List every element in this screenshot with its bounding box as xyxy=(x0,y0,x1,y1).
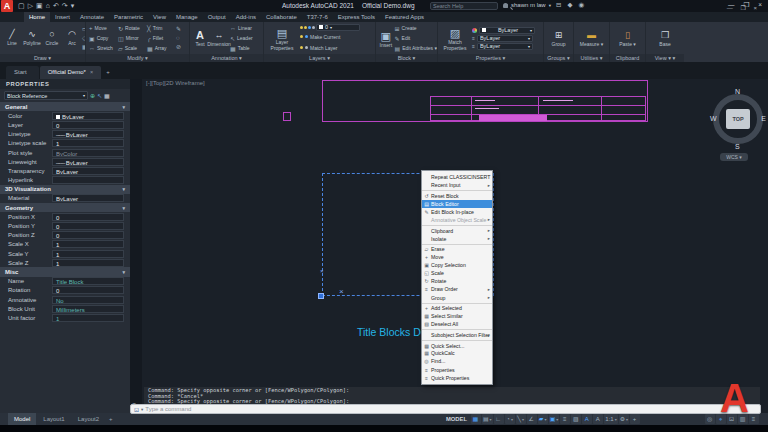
command-input-bar[interactable]: ⊡ ▾ xyxy=(130,404,761,414)
draw-tool-button[interactable]: ○Circle xyxy=(42,22,62,52)
wcs-button[interactable]: WCS ▾ xyxy=(720,153,748,161)
context-menu-item[interactable]: ↻Rotate xyxy=(422,277,492,285)
apps-icon[interactable]: ◆ xyxy=(567,1,572,9)
property-row[interactable]: Scale Y1 xyxy=(0,249,130,258)
panel-label-layers[interactable]: Layers ▾ xyxy=(264,54,375,62)
property-row[interactable]: Position Z0 xyxy=(0,231,130,240)
status-toggle[interactable]: ▤▾ xyxy=(482,414,493,424)
property-row[interactable]: Unit factor1 xyxy=(0,313,130,322)
file-tab[interactable]: Official Demo*× xyxy=(40,66,101,79)
block-tool-button[interactable]: ⊞Create xyxy=(395,23,437,33)
draw-extra-icon[interactable]: ◇ xyxy=(82,34,85,43)
property-row[interactable]: Position Y0 xyxy=(0,221,130,230)
property-row[interactable]: MaterialByLayer xyxy=(0,194,130,203)
plot-icon[interactable]: ⌂ xyxy=(46,1,50,11)
context-menu-item[interactable]: ◎Find... xyxy=(422,357,492,365)
viewcube[interactable]: N S W E TOP xyxy=(708,89,768,149)
layout-tab[interactable]: + xyxy=(106,413,116,425)
search-input[interactable] xyxy=(431,3,506,9)
ribbon-tab[interactable]: Express Tools xyxy=(333,12,380,22)
ribbon-tab[interactable]: Manage xyxy=(171,12,203,22)
new-file-icon[interactable]: ▢ xyxy=(18,1,25,11)
context-menu-item[interactable]: Recent Input▸ xyxy=(422,181,492,189)
property-row[interactable]: ColorByLayer xyxy=(0,111,130,120)
property-row[interactable]: AnnotativeNo xyxy=(0,295,130,304)
status-toggle[interactable]: + xyxy=(630,414,640,424)
chevron-down-icon[interactable]: ▾ xyxy=(141,407,143,412)
search-box[interactable] xyxy=(430,2,498,10)
property-row[interactable]: Geometry xyxy=(0,203,130,212)
panel-label-modify[interactable]: Modify ▾ xyxy=(86,54,189,62)
status-toggle[interactable]: ◎ xyxy=(705,414,715,424)
status-toggle[interactable]: ◔▾ xyxy=(505,414,515,424)
draw-extra-icon[interactable]: ▭ xyxy=(82,25,85,34)
status-toggle[interactable]: ▣▾ xyxy=(549,414,560,424)
object-color-dropdown[interactable]: ByLayer▾ xyxy=(479,27,535,34)
measure-button[interactable]: ▬Measure ▾ xyxy=(582,23,602,53)
layer-plot-icon[interactable] xyxy=(312,26,315,29)
property-row[interactable]: Layer0 xyxy=(0,120,130,129)
linetype-dropdown[interactable]: ByLayer▾ xyxy=(477,43,533,50)
file-tab[interactable]: Start xyxy=(6,66,39,79)
command-options-icon[interactable]: ⊡ xyxy=(134,406,139,413)
context-menu-item[interactable]: Isolate▸ xyxy=(422,234,492,242)
property-row[interactable]: LinetypeByLayer xyxy=(0,130,130,139)
layout-tab[interactable]: Model xyxy=(8,413,36,425)
viewcube-south[interactable]: S xyxy=(735,143,740,150)
property-row[interactable]: Block UnitMillimeters xyxy=(0,304,130,313)
palette-tool-icon[interactable]: ↖ xyxy=(97,92,102,100)
app-logo-icon[interactable]: A xyxy=(1,0,13,12)
panel-label-utilities[interactable]: Utilities ▾ xyxy=(574,54,609,62)
modify-tool-button[interactable]: +Move xyxy=(89,23,118,33)
layer-properties-button[interactable]: ▤Layer Properties xyxy=(266,25,298,51)
account-area[interactable]: shawn m law ▾ xyxy=(503,2,551,8)
layer-freeze-icon[interactable] xyxy=(304,26,307,29)
lineweight-dropdown[interactable]: ByLayer▾ xyxy=(477,35,533,42)
property-row[interactable]: Position X0 xyxy=(0,212,130,221)
context-menu-item[interactable]: ▱Erase xyxy=(422,244,492,254)
panel-label-annotation[interactable]: Annotation ▾ xyxy=(190,54,263,62)
object-type-dropdown[interactable]: Block Reference▾ xyxy=(4,91,88,100)
modify-tool-button[interactable]: ▦Array xyxy=(147,43,176,53)
dimension-button[interactable]: ↔Dimension xyxy=(208,23,230,53)
status-toggle[interactable]: ∠ xyxy=(527,414,537,424)
status-toggle[interactable]: 1:1▾ xyxy=(604,414,617,424)
model-space-label[interactable]: MODEL xyxy=(446,416,467,422)
property-row[interactable]: Plot styleByColor xyxy=(0,148,130,157)
context-menu-item[interactable]: ▦Select Similar xyxy=(422,312,492,320)
group-button[interactable]: ⊞Group xyxy=(549,23,569,53)
qat-dropdown-icon[interactable]: ▾ xyxy=(71,1,75,11)
modify-extra-icon[interactable]: ✎ xyxy=(176,25,181,34)
modify-extra-icon[interactable]: ◌ xyxy=(176,34,181,43)
viewcube-east[interactable]: E xyxy=(761,115,766,122)
viewcube-top-face[interactable]: TOP xyxy=(726,109,750,129)
property-row[interactable]: Linetype scale1 xyxy=(0,139,130,148)
context-menu-item[interactable]: ≡Draw Order▸ xyxy=(422,285,492,293)
context-menu-item[interactable]: Clipboard▸ xyxy=(422,225,492,235)
command-history[interactable]: Command: Specify opposite corner or [Fen… xyxy=(144,387,760,404)
status-toggle[interactable]: A xyxy=(593,414,603,424)
context-menu-item[interactable]: ▩Quick Select... xyxy=(422,340,492,350)
palette-title[interactable]: PROPERTIES xyxy=(0,79,130,89)
save-file-icon[interactable]: ▣ xyxy=(36,1,43,11)
file-tab-close-icon[interactable]: × xyxy=(90,66,93,79)
modify-tool-button[interactable]: ↻Rotate xyxy=(118,23,147,33)
ribbon-tab[interactable]: Add-ins xyxy=(231,12,261,22)
ribbon-tab[interactable]: Insert xyxy=(50,12,75,22)
annotation-tool-button[interactable]: ▦Table xyxy=(230,43,253,53)
context-menu-item[interactable]: +Add Selected xyxy=(422,303,492,313)
property-row[interactable]: NameTitle Block xyxy=(0,277,130,286)
paste-button[interactable]: ▯Paste ▾ xyxy=(618,23,638,53)
panel-label-groups[interactable]: Groups ▾ xyxy=(544,54,573,62)
layer-on-icon[interactable] xyxy=(300,26,303,29)
open-file-icon[interactable]: ▷ xyxy=(28,1,33,11)
context-menu-item[interactable]: ≡Quick Properties xyxy=(422,374,492,382)
block-tool-button[interactable]: ▤Edit Attributes ▾ xyxy=(395,43,437,53)
ribbon-tab[interactable]: T37-7-6 xyxy=(302,12,333,22)
context-menu-item[interactable]: ≡Properties xyxy=(422,366,492,374)
ribbon-tab[interactable]: Collaborate xyxy=(261,12,302,22)
draw-extra-icon[interactable]: ▦ xyxy=(82,43,85,52)
base-button[interactable]: ❒Base xyxy=(655,23,675,53)
palette-side-bar[interactable] xyxy=(130,79,142,413)
make-current-button[interactable]: Make Current xyxy=(300,32,360,42)
